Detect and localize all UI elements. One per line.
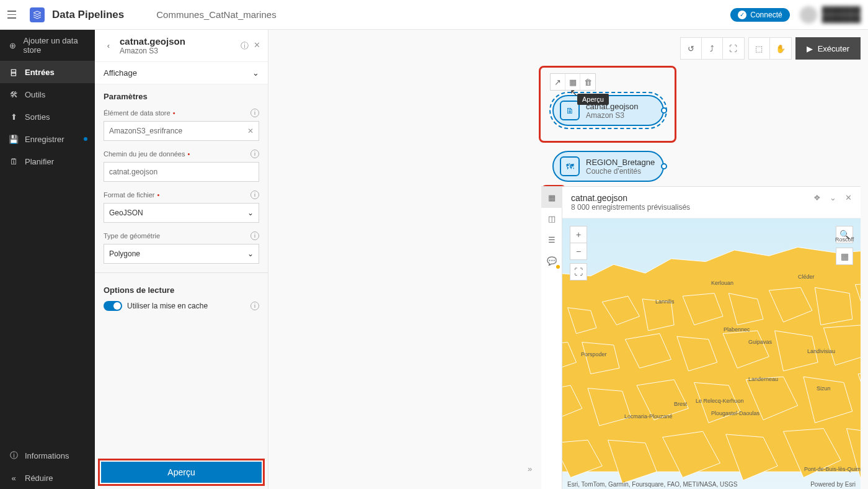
map-label: Plougastel-Daoulas — [711, 411, 760, 417]
map-label: Roscoff — [835, 237, 854, 243]
app-title: Data Pipelines — [52, 9, 124, 21]
pan-icon[interactable]: ✋ — [770, 38, 791, 59]
user-org: ████████ — [822, 15, 861, 23]
layers-icon[interactable]: ❖ — [813, 193, 821, 202]
share-icon[interactable]: ⤴ — [702, 38, 723, 59]
zoom-extent-button[interactable]: ⛶ — [570, 263, 587, 280]
execute-label: Exécuter — [818, 44, 849, 53]
info-icon[interactable]: i — [250, 231, 259, 240]
preview-button[interactable]: Aperçu — [101, 462, 262, 483]
preview-title: catnat.geojson — [571, 193, 690, 203]
node-subtitle: Couche d'entités — [586, 167, 655, 176]
sidebar-item-label: Planifier — [25, 157, 54, 166]
project-name: Communes_CatNat_marines — [156, 9, 276, 20]
info-icon[interactable]: i — [250, 302, 259, 310]
zoom-in-button[interactable]: + — [570, 226, 587, 243]
path-input[interactable]: catnat.geojson — [104, 162, 259, 182]
geometry-select[interactable]: Polygone ⌄ — [104, 244, 259, 264]
sidebar: ⊕ Ajouter un data store ⌸ Entrées 🛠 Outi… — [0, 30, 95, 489]
input-value: AmazonS3_esrifrance — [109, 127, 182, 135]
details-panel: ‹ catnat.geojson Amazon S3 ⓘ ✕ Affichage… — [95, 30, 268, 489]
node-port[interactable] — [661, 107, 667, 114]
map-label: Le Relecq-Kerhuon — [696, 398, 744, 405]
save-icon: 💾 — [9, 134, 19, 144]
check-icon: ✓ — [738, 11, 746, 19]
sidebar-item-label: Outils — [25, 90, 45, 99]
section-display[interactable]: Affichage ⌄ — [95, 62, 268, 84]
top-bar: Data Pipelines Communes_CatNat_marines ✓… — [0, 0, 868, 30]
info-icon[interactable]: ⓘ — [241, 40, 249, 52]
toggle-label: Utiliser la mise en cache — [127, 302, 208, 310]
storage-icon: ⌸ — [9, 67, 19, 77]
chevron-down-icon: ⌄ — [247, 249, 254, 258]
map-label: Lannilis — [655, 299, 675, 305]
map-label: Kerlouan — [711, 280, 733, 287]
map-label: Brest — [674, 402, 687, 408]
field-label: Type de géométrie — [104, 232, 160, 240]
sidebar-item-save[interactable]: 💾 Enregistrer — [0, 128, 95, 150]
datastore-input[interactable]: AmazonS3_esrifrance ✕ — [104, 121, 259, 141]
format-select[interactable]: GeoJSON ⌄ — [104, 203, 259, 223]
execute-button[interactable]: ▶ Exécuter — [795, 37, 861, 60]
basemap-button[interactable]: ▦ — [836, 248, 853, 265]
cursor-icon: ↖ — [570, 87, 578, 99]
section-label: Affichage — [104, 68, 137, 78]
close-icon[interactable]: ✕ — [254, 40, 260, 52]
play-icon: ▶ — [807, 44, 813, 53]
preview-tab-messages[interactable]: 💬 — [541, 250, 562, 271]
clear-icon[interactable]: ✕ — [247, 127, 254, 135]
node-port[interactable] — [661, 163, 667, 169]
info-icon: ⓘ — [9, 451, 19, 460]
sidebar-item-inputs[interactable]: ⌸ Entrées — [0, 61, 95, 83]
connected-badge[interactable]: ✓ Connecté — [730, 8, 789, 22]
info-icon[interactable]: i — [250, 150, 259, 158]
sidebar-item-schedule[interactable]: 🗓 Planifier — [0, 150, 95, 173]
expand-arrows-icon[interactable]: » — [528, 464, 539, 475]
sidebar-item-collapse[interactable]: « Réduire — [0, 467, 95, 489]
params-heading: Paramètres — [104, 92, 259, 101]
user-menu[interactable]: ████████ ████████ — [800, 6, 861, 24]
node-region-bretagne[interactable]: 🗺 REGION_Bretagne Couche d'entités — [552, 151, 664, 182]
field-label: Format de fichier — [104, 191, 155, 199]
sidebar-item-label: Entrées — [25, 68, 55, 77]
map-label: Landerneau — [748, 377, 778, 383]
layer-icon: 🗺 — [560, 156, 580, 176]
sidebar-item-label: Informations — [25, 451, 69, 460]
sidebar-item-info[interactable]: ⓘ Informations — [0, 444, 95, 467]
menu-hamburger-icon[interactable] — [7, 7, 22, 22]
zoom-out-button[interactable]: − — [570, 243, 587, 260]
node-subtitle: Amazon S3 — [586, 111, 639, 120]
history-icon[interactable]: ↺ — [681, 38, 702, 59]
calendar-icon: 🗓 — [9, 156, 19, 166]
info-icon[interactable]: i — [250, 109, 259, 117]
select-value: Polygone — [109, 249, 140, 258]
map-preview[interactable]: + − ⛶ 🔍 ▦ TrébeurdenLannionRoscoffCovena… — [562, 218, 861, 489]
preview-record-count: 8 000 enregistrements prévisualisés — [571, 203, 690, 212]
avatar — [800, 6, 817, 24]
trash-icon[interactable]: 🗑 — [580, 74, 595, 90]
preview-tab-table[interactable]: ▦ — [541, 187, 562, 208]
upload-icon: ⬆ — [9, 112, 19, 122]
wrench-icon: 🛠 — [9, 89, 19, 99]
sidebar-item-outputs[interactable]: ⬆ Sorties — [0, 105, 95, 128]
preview-pane: » ▦ ◫ ☰ 💬 catnat.geojson 8 000 enregistr… — [541, 186, 861, 489]
preview-tab-map[interactable]: ◫ — [541, 208, 562, 229]
map-powered-by: Powered by Esri — [810, 481, 856, 488]
chevrons-down-icon[interactable]: ⌄ — [830, 193, 836, 202]
canvas[interactable]: ↺ ⤴ ⛶ ⬚ ✋ ▶ Exécuter ↗ ▦ 🗑 ↖ Aperçu 🗎 — [268, 30, 868, 489]
sidebar-item-tools[interactable]: 🛠 Outils — [0, 83, 95, 105]
unsaved-dot-icon — [84, 137, 87, 141]
sidebar-item-add-datastore[interactable]: ⊕ Ajouter un data store — [0, 30, 95, 61]
sidebar-item-label: Ajouter un data store — [23, 36, 86, 55]
panel-title: catnat.geojson — [120, 36, 185, 47]
cache-toggle[interactable] — [104, 301, 122, 311]
info-icon[interactable]: i — [250, 191, 259, 199]
select-icon[interactable]: ⬚ — [749, 38, 770, 59]
open-external-icon[interactable]: ↗ — [551, 74, 565, 90]
expand-icon[interactable]: ⛶ — [723, 38, 744, 59]
plus-circle-icon: ⊕ — [9, 40, 17, 50]
preview-tab-schema[interactable]: ☰ — [541, 229, 562, 250]
field-label: Élément de data store — [104, 109, 170, 117]
back-button[interactable]: ‹ — [102, 40, 115, 52]
close-icon[interactable]: ✕ — [845, 193, 852, 202]
